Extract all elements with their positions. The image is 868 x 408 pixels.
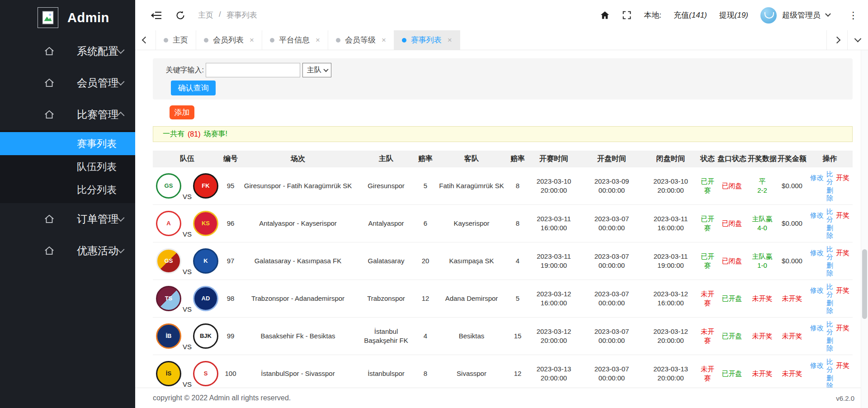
- delete-link[interactable]: 删除: [826, 337, 834, 352]
- score-link[interactable]: 比分: [826, 283, 834, 299]
- tab-label: 会员等级: [345, 35, 376, 45]
- market-status-cell: 已开盘: [717, 355, 747, 388]
- add-button[interactable]: 添加: [170, 105, 194, 119]
- draw-link[interactable]: 开奖: [836, 173, 849, 182]
- draw-link[interactable]: 开奖: [836, 248, 849, 257]
- tab-member-list[interactable]: 会员列表×: [196, 30, 262, 50]
- chevron-down-icon: [825, 11, 831, 17]
- away-team-logo: KS: [193, 211, 218, 236]
- market-status-cell: 已开盘: [717, 280, 747, 318]
- home-away-select[interactable]: 主队: [302, 63, 331, 77]
- start-time-cell: 2023-03-1320:00:00: [527, 355, 580, 388]
- column-header: 闭盘时间: [643, 151, 698, 167]
- sidebar-item-member-manage[interactable]: 会员管理: [0, 67, 135, 99]
- scrollbar-thumb[interactable]: [862, 249, 867, 319]
- tab-dot-icon: [204, 38, 208, 43]
- column-header: 操作: [807, 151, 853, 167]
- sidebar-item-match-manage[interactable]: 比赛管理: [0, 99, 135, 130]
- column-header: 状态: [698, 151, 717, 167]
- tab-close-icon[interactable]: ×: [250, 36, 254, 45]
- draw-link[interactable]: 开奖: [836, 286, 849, 295]
- score-link[interactable]: 比分: [826, 170, 834, 186]
- tabs-dropdown-icon[interactable]: [847, 30, 868, 50]
- tab-label: 赛事列表: [411, 35, 442, 45]
- tab-home[interactable]: 主页: [156, 30, 196, 50]
- draw-link[interactable]: 开奖: [836, 323, 849, 332]
- delete-link[interactable]: 删除: [826, 186, 834, 202]
- scrollbar-track[interactable]: [861, 50, 868, 408]
- match-id-cell: 95: [222, 167, 240, 205]
- edit-link[interactable]: 修改: [810, 173, 824, 182]
- user-menu[interactable]: 超级管理员: [760, 7, 830, 24]
- away-odds-cell: 5: [508, 280, 527, 318]
- tab-member-level[interactable]: 会员等级×: [328, 30, 394, 50]
- fullscreen-icon[interactable]: [622, 10, 632, 20]
- breadcrumb-home[interactable]: 主页: [198, 10, 213, 20]
- tab-close-icon[interactable]: ×: [448, 36, 452, 45]
- home-team-logo: GS: [156, 248, 181, 274]
- open-time-cell: 2023-03-0700:00:00: [580, 355, 643, 388]
- table-row-match-95: GSVSFK95Giresunspor - Fatih Karagümrük S…: [153, 167, 853, 205]
- keyword-input[interactable]: [206, 63, 300, 77]
- open-time-cell: 2023-03-0700:00:00: [580, 280, 643, 318]
- home-odds-cell: 12: [416, 280, 435, 318]
- draw-amount-cell: 未开奖: [777, 318, 807, 355]
- score-link[interactable]: 比分: [826, 320, 834, 336]
- sidebar-item-promo-activity[interactable]: 优惠活动: [0, 235, 135, 266]
- kebab-menu-icon[interactable]: ⋮: [849, 10, 858, 21]
- sidebar-subitem-match-list[interactable]: 赛事列表: [0, 132, 135, 155]
- match-id-cell: 96: [222, 205, 240, 242]
- edit-link[interactable]: 修改: [810, 361, 824, 370]
- sidebar-item-order-manage[interactable]: 订单管理: [0, 203, 135, 235]
- notice-bar: 一共有 (81) 场赛事!: [153, 126, 853, 142]
- away-team-logo: S: [193, 361, 218, 386]
- tab-platform-info[interactable]: 平台信息×: [262, 30, 328, 50]
- draw-link[interactable]: 开奖: [836, 211, 849, 220]
- edit-link[interactable]: 修改: [810, 323, 824, 332]
- tabs-scroll-left-icon[interactable]: [135, 30, 156, 50]
- match-name-cell: Basaksehir Fk - Besiktas: [240, 318, 356, 355]
- delete-link[interactable]: 删除: [826, 299, 834, 315]
- score-link[interactable]: 比分: [826, 245, 834, 261]
- tab-close-icon[interactable]: ×: [382, 36, 386, 45]
- open-time-cell: 2023-03-0700:00:00: [580, 318, 643, 355]
- withdraw-link[interactable]: 提现(19): [719, 10, 748, 20]
- home-odds-cell: 6: [416, 205, 435, 242]
- home-icon[interactable]: [600, 10, 610, 20]
- sidebar-item-label: 系统配置: [0, 44, 118, 58]
- draw-link[interactable]: 开奖: [836, 361, 849, 370]
- edit-link[interactable]: 修改: [810, 286, 824, 295]
- sidebar-item-system-config[interactable]: 系统配置: [0, 35, 135, 67]
- local-label: 本地:: [644, 10, 661, 20]
- sidebar-subitem-score-list[interactable]: 比分列表: [0, 178, 135, 201]
- sidebar-collapse-icon[interactable]: [151, 10, 162, 21]
- delete-link[interactable]: 删除: [826, 374, 834, 388]
- edit-link[interactable]: 修改: [810, 211, 824, 220]
- start-time-cell: 2023-03-1216:00:00: [527, 280, 580, 318]
- start-time-cell: 2023-03-1116:00:00: [527, 205, 580, 242]
- select-value: 主队: [307, 66, 321, 75]
- refresh-icon[interactable]: [175, 10, 186, 21]
- tab-close-icon[interactable]: ×: [316, 36, 320, 45]
- column-header: 主队: [356, 151, 416, 167]
- tab-label: 平台信息: [279, 35, 310, 45]
- away-odds-cell: 12: [508, 355, 527, 388]
- score-link[interactable]: 比分: [826, 358, 834, 374]
- delete-link[interactable]: 删除: [826, 261, 834, 277]
- home-odds-cell: 5: [416, 167, 435, 205]
- tab-match-list[interactable]: 赛事列表×: [394, 30, 460, 50]
- draw-amount-cell: $0.000: [777, 242, 807, 280]
- score-link[interactable]: 比分: [826, 208, 834, 223]
- vs-label: VS: [183, 305, 192, 314]
- delete-link[interactable]: 删除: [826, 224, 834, 240]
- table-header-row: 队伍编号场次主队赔率客队赔率开赛时间开盘时间闭盘时间状态盘口状态开奖数据开奖金额…: [153, 151, 853, 167]
- draw-amount-cell: $0.000: [777, 167, 807, 205]
- edit-link[interactable]: 修改: [810, 248, 824, 257]
- breadcrumb-separator: /: [219, 10, 221, 20]
- confirm-query-button[interactable]: 确认查询: [171, 81, 216, 95]
- column-header: 场次: [240, 151, 356, 167]
- tab-dot-icon: [270, 38, 274, 43]
- recharge-link[interactable]: 充值(141): [674, 10, 707, 20]
- tabs-scroll-right-icon[interactable]: [826, 30, 847, 50]
- sidebar-subitem-team-list[interactable]: 队伍列表: [0, 155, 135, 178]
